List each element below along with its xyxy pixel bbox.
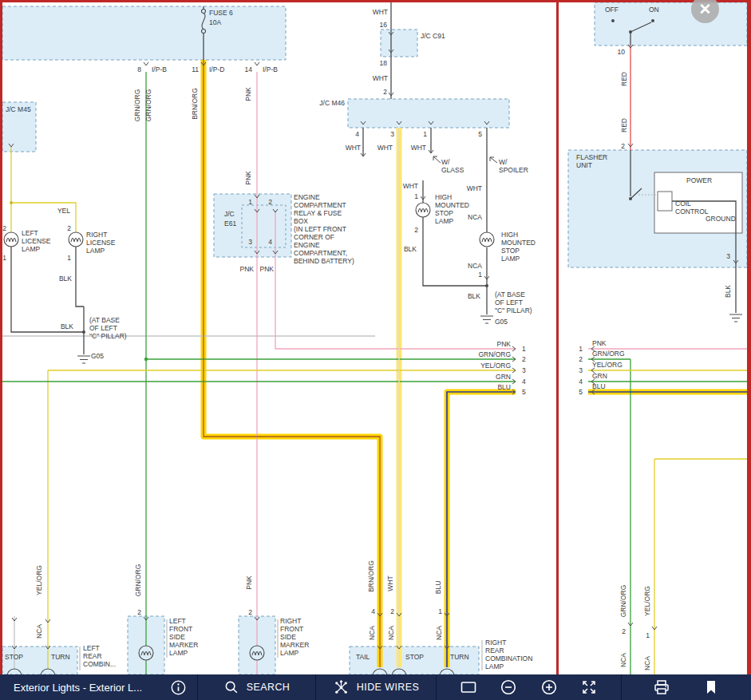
toolbar-output-section (621, 674, 751, 700)
ground-id: G05 (91, 352, 104, 360)
component-label: SIDE (169, 633, 185, 641)
junction-label: E61 (224, 219, 236, 227)
lamp-symbol (4, 232, 18, 247)
pin-label: 1 (414, 192, 418, 200)
wire-stop-lamp-glass[interactable] (423, 180, 487, 286)
component-note: BOX (294, 217, 308, 225)
pin-label: 1 (248, 198, 252, 206)
wire-label: WHT (373, 74, 388, 82)
wire-label: NCA (35, 624, 43, 639)
component-label: LICENSE (86, 239, 116, 247)
zoom-out-icon (500, 678, 517, 696)
component-label: FRONT (280, 625, 303, 633)
wire-label: NCA (468, 262, 482, 270)
wire-label: WHT (346, 144, 361, 152)
wire-yel-org-right-drop[interactable] (654, 459, 747, 674)
component-note: (IN LEFT FRONT (294, 225, 346, 233)
component-label: STOP (501, 247, 520, 255)
component-note: COMPARTMENT, (294, 249, 347, 257)
wire-blk-license-ground[interactable] (11, 247, 84, 354)
search-button[interactable]: SEARCH (223, 679, 291, 695)
wire-yel-license[interactable] (11, 147, 76, 232)
variant-note: GLASS (441, 166, 464, 174)
wire-label: BLK (468, 292, 480, 300)
pin-label: 14 (245, 65, 253, 73)
wire-label: PNK (260, 265, 275, 273)
pin-label: 8 (137, 65, 141, 73)
zoom-in-button[interactable] (540, 678, 558, 696)
info-icon (170, 679, 187, 696)
pin-label: 3 (522, 366, 526, 374)
component-note: BEHIND BATTERY) (294, 257, 354, 265)
wire-label: YEL/ORG (643, 586, 651, 616)
pin-label: 4 (522, 378, 526, 386)
pin-label: 2 (2, 224, 6, 232)
app-window: FUSE 6 10A 8 I/P-B 11 I/P-D 14 I/P-B GRN… (0, 0, 751, 700)
pin-label: 3 (579, 366, 583, 374)
component-label: UNIT (576, 161, 592, 169)
pin-label: 2 (268, 198, 272, 206)
search-icon (223, 679, 239, 695)
print-button[interactable] (653, 678, 670, 696)
component-label: MOUNTED (501, 239, 536, 247)
component-label: LAMP (86, 247, 105, 255)
wire-label: PNK (244, 87, 252, 101)
expand-icon (580, 678, 598, 696)
wire-blu-highlight[interactable] (447, 392, 516, 667)
component-label: CONTROL (675, 208, 709, 216)
wire-label: GRN (592, 372, 607, 380)
component-label: STOP (435, 209, 453, 217)
junction-label: J/C C91 (421, 32, 445, 40)
component-label: RIGHT (280, 617, 301, 625)
pin-label: 16 (380, 21, 388, 29)
component-label: HIGH (435, 193, 452, 201)
bookmark-icon (702, 678, 720, 696)
fit-page-button[interactable] (460, 678, 477, 696)
pin-label: 1 (2, 254, 6, 262)
wire-label: GRN/ORG (144, 89, 152, 122)
pin-label: 3 (248, 238, 252, 246)
component-label: LICENSE (22, 237, 51, 245)
variant-note: W/ (441, 158, 450, 166)
wire-blu-core[interactable] (447, 392, 516, 667)
pin-label: 2 (579, 355, 583, 363)
wiring-diagram-canvas[interactable]: FUSE 6 10A 8 I/P-B 11 I/P-D 14 I/P-B GRN… (0, 0, 751, 674)
toolbar-view-controls (436, 674, 621, 700)
wire-label: NCA (387, 626, 395, 640)
info-button[interactable] (170, 679, 187, 696)
pin-label: 4 (371, 607, 375, 615)
component-label: COIL (675, 200, 691, 208)
pin-label: 2 (67, 224, 71, 232)
wire-label: YEL (57, 207, 70, 215)
switch-label: OFF (605, 6, 619, 14)
junction-label: J/C (224, 210, 235, 218)
junction-dot (82, 330, 85, 334)
component-label: LEFT (169, 617, 186, 625)
component-note: COMPARTMENT (294, 201, 346, 209)
wire-label: WHT (467, 184, 482, 192)
zoom-in-icon (540, 678, 558, 696)
expand-button[interactable] (580, 678, 598, 696)
print-icon (653, 678, 670, 696)
hide-wires-icon (333, 679, 350, 696)
wire-label: WHT (403, 182, 418, 190)
hide-wires-button[interactable]: HIDE WIRES (333, 679, 419, 696)
wire-label: BLK (724, 285, 732, 298)
ground-note: "C" PILLAR) (89, 332, 127, 340)
fuse-label: FUSE 6 (209, 9, 233, 17)
pin-label: 2 (248, 608, 252, 616)
wire-label: BLU (434, 581, 442, 595)
lamp-section-label: TAIL (356, 653, 370, 661)
junction-label: J/C M45 (6, 105, 31, 113)
wire-label: GRN/ORG (619, 585, 627, 618)
zoom-out-button[interactable] (500, 678, 517, 696)
ground-symbol (77, 356, 90, 363)
component-label: HIGH (501, 231, 518, 239)
jc-c91-box (381, 30, 417, 57)
lamp-section-label: TURN (51, 653, 70, 661)
connector-label: I/P-B (263, 65, 278, 73)
wire-label: NCA (619, 653, 627, 667)
component-label: REAR (485, 647, 504, 655)
frame-top (0, 0, 751, 2)
bookmark-button[interactable] (702, 678, 720, 696)
